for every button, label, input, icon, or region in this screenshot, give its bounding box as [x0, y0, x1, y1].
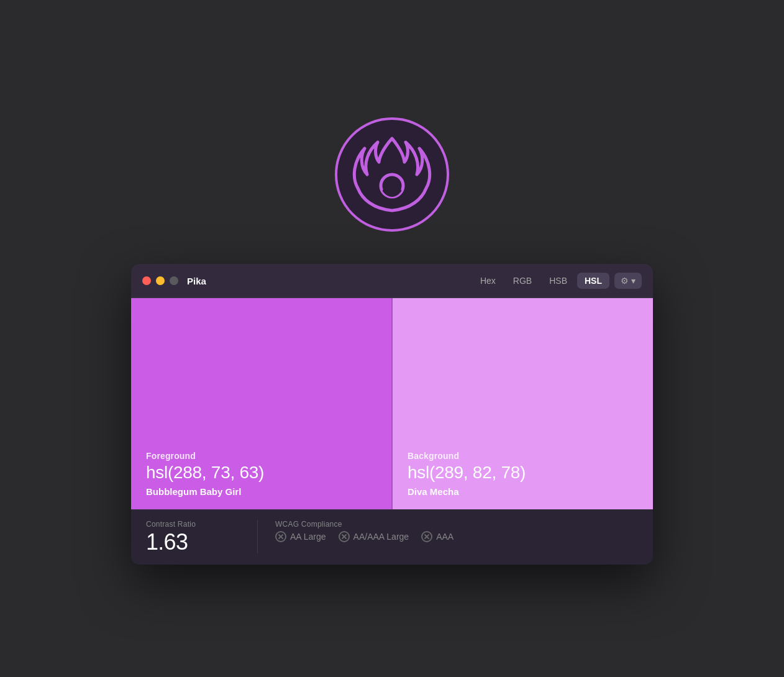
- wcag-badge-aa-aaa-large-label: AA/AAA Large: [353, 532, 409, 542]
- tab-rgb[interactable]: RGB: [506, 273, 539, 289]
- background-panel[interactable]: Background hsl(289, 82, 78) Diva Mecha: [393, 298, 653, 509]
- contrast-section: Contrast Ratio 1.63: [146, 520, 258, 553]
- fail-icon-aaa: [421, 531, 432, 542]
- tab-hsb[interactable]: HSB: [542, 273, 575, 289]
- foreground-panel[interactable]: Foreground hsl(288, 73, 63) Bubblegum Ba…: [131, 298, 393, 509]
- color-panels: Foreground hsl(288, 73, 63) Bubblegum Ba…: [131, 298, 653, 509]
- tab-hsl[interactable]: HSL: [577, 273, 609, 289]
- background-label: Background: [408, 451, 638, 461]
- wcag-label: WCAG Compliance: [275, 520, 638, 529]
- window-title: Pika: [187, 276, 473, 286]
- wcag-badge-aaa: AAA: [421, 531, 454, 542]
- foreground-value: hsl(288, 73, 63): [146, 463, 376, 483]
- settings-button[interactable]: ⚙ ▾: [614, 273, 642, 289]
- titlebar: Pika Hex RGB HSB HSL ⚙ ▾: [131, 264, 653, 298]
- wcag-badge-aaa-label: AAA: [436, 532, 454, 542]
- bottom-bar: Contrast Ratio 1.63 WCAG Compliance AA L…: [131, 509, 653, 565]
- wcag-section: WCAG Compliance AA Large AA/AAA Large AA…: [258, 520, 638, 542]
- fail-icon-aa-large: [275, 531, 286, 542]
- wcag-badge-aa-large-label: AA Large: [290, 532, 326, 542]
- minimize-button[interactable]: [156, 276, 165, 285]
- maximize-button[interactable]: [170, 276, 178, 285]
- main-window: Pika Hex RGB HSB HSL ⚙ ▾ Foreground hsl(…: [131, 264, 653, 565]
- contrast-label: Contrast Ratio: [146, 520, 240, 529]
- pika-app-icon: [330, 112, 454, 237]
- wcag-badge-aa-aaa-large: AA/AAA Large: [339, 531, 409, 542]
- tab-hex[interactable]: Hex: [473, 273, 503, 289]
- background-value: hsl(289, 82, 78): [408, 463, 638, 483]
- gear-icon: ⚙: [621, 276, 629, 286]
- background-color-name: Diva Mecha: [408, 486, 638, 497]
- traffic-lights: [142, 276, 178, 285]
- contrast-value: 1.63: [146, 531, 240, 553]
- wcag-badge-aa-large: AA Large: [275, 531, 326, 542]
- format-tabs: Hex RGB HSB HSL ⚙ ▾: [473, 273, 642, 289]
- app-icon-container: [330, 112, 454, 239]
- chevron-down-icon: ▾: [631, 276, 636, 286]
- fail-icon-aa-aaa-large: [339, 531, 350, 542]
- wcag-badges: AA Large AA/AAA Large AAA: [275, 531, 638, 542]
- close-button[interactable]: [142, 276, 151, 285]
- foreground-color-name: Bubblegum Baby Girl: [146, 486, 376, 497]
- foreground-label: Foreground: [146, 451, 376, 461]
